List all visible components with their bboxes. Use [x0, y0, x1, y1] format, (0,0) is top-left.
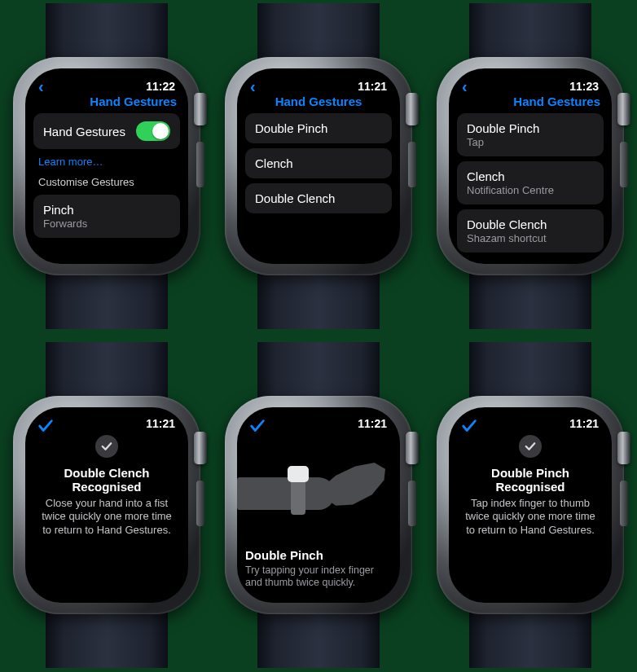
page-title[interactable]: Hand Gestures	[33, 94, 180, 108]
page-title[interactable]: Hand Gestures	[457, 94, 604, 108]
row-value: Notification Centre	[467, 184, 594, 196]
status-bar: ‹ 11:23	[457, 78, 604, 96]
list-item[interactable]: Double Pinch	[245, 113, 392, 143]
screen: ‹ 11:22 Hand Gestures Hand Gestures Lear…	[25, 68, 188, 264]
row-label: Double Clench	[467, 217, 594, 231]
row-label: Double Pinch	[467, 121, 594, 135]
checkmark-icon[interactable]	[248, 417, 266, 438]
instruction-body: Try tapping your index finger and thumb …	[245, 564, 392, 590]
digital-crown[interactable]	[406, 432, 419, 464]
back-chevron-icon[interactable]: ‹	[459, 78, 471, 94]
gesture-row[interactable]: Double Pinch Tap	[457, 113, 604, 156]
status-bar: ‹ 11:21	[245, 78, 392, 96]
watch-3: ‹ 11:23 Hand Gestures Double Pinch Tap C…	[428, 3, 632, 329]
hand-shape	[325, 463, 385, 508]
watch-grid: ‹ 11:22 Hand Gestures Hand Gestures Lear…	[0, 0, 637, 672]
hand-gestures-toggle-row[interactable]: Hand Gestures	[33, 113, 180, 149]
digital-crown[interactable]	[194, 432, 207, 464]
item-label: Double Clench	[255, 191, 335, 205]
confirmation-body: Close your hand into a fist twice quickl…	[38, 497, 175, 537]
side-button[interactable]	[196, 142, 204, 187]
row-value: Tap	[467, 136, 594, 148]
digital-crown[interactable]	[194, 93, 207, 125]
checkmark-icon[interactable]	[37, 417, 55, 438]
row-label: Clench	[467, 169, 594, 183]
side-button[interactable]	[620, 481, 628, 526]
watch-1: ‹ 11:22 Hand Gestures Hand Gestures Lear…	[5, 3, 209, 329]
section-header: Customise Gestures	[33, 173, 180, 190]
watch-5: 11:21 Double Pinch Try tapping your inde…	[217, 342, 420, 668]
side-button[interactable]	[408, 481, 416, 526]
clock-time: 11:21	[146, 417, 175, 430]
side-button[interactable]	[408, 142, 416, 187]
watch-2: ‹ 11:21 Hand Gestures Double Pinch Clenc…	[217, 3, 420, 329]
back-chevron-icon[interactable]: ‹	[247, 78, 259, 94]
list-item[interactable]: Clench	[245, 148, 392, 178]
watch-4: 11:21 Double Clench Recognised Close you…	[5, 342, 209, 668]
gesture-row[interactable]: Clench Notification Centre	[457, 161, 604, 204]
check-badge-icon	[95, 435, 118, 458]
confirmation-block: Double Clench Recognised Close your hand…	[33, 417, 180, 537]
gesture-row[interactable]: Double Clench Shazam shortcut	[457, 209, 604, 253]
page-title[interactable]: Hand Gestures	[245, 94, 392, 108]
digital-crown[interactable]	[617, 432, 630, 464]
digital-crown[interactable]	[617, 93, 630, 125]
clock-time: 11:21	[358, 417, 387, 430]
list-item[interactable]: Double Clench	[245, 183, 392, 213]
confirmation-heading: Double Pinch Recognised	[462, 466, 599, 494]
screen: 11:21 Double Clench Recognised Close you…	[25, 407, 188, 603]
item-label: Double Pinch	[255, 121, 327, 135]
clock-time: 11:22	[146, 80, 175, 93]
hand-gesture-illustration	[237, 445, 400, 523]
side-button[interactable]	[620, 142, 628, 187]
clock-time: 11:21	[569, 417, 599, 430]
screen: 11:21 Double Pinch Try tapping your inde…	[237, 407, 400, 603]
screen: 11:21 Double Pinch Recognised Tap index …	[449, 407, 612, 603]
watch-6: 11:21 Double Pinch Recognised Tap index …	[428, 342, 632, 668]
watch-face-shape	[288, 466, 309, 482]
digital-crown[interactable]	[406, 93, 419, 125]
confirmation-body: Tap index finger to thumb twice quickly …	[462, 497, 599, 537]
confirmation-block: Double Pinch Recognised Tap index finger…	[457, 417, 604, 537]
learn-more-link[interactable]: Learn more…	[33, 149, 180, 173]
instruction-block: Double Pinch Try tapping your index fing…	[245, 548, 392, 590]
status-bar: ‹ 11:22	[33, 78, 180, 96]
row-label: Pinch	[43, 203, 170, 217]
row-value: Forwards	[43, 217, 170, 230]
side-button[interactable]	[196, 481, 204, 526]
back-chevron-icon[interactable]: ‹	[35, 78, 47, 94]
screen: ‹ 11:21 Hand Gestures Double Pinch Clenc…	[237, 68, 400, 264]
clock-time: 11:23	[569, 80, 599, 93]
check-badge-icon	[519, 435, 542, 458]
row-value: Shazam shortcut	[467, 232, 594, 244]
toggle-label: Hand Gestures	[43, 125, 125, 138]
item-label: Clench	[255, 156, 293, 170]
instruction-heading: Double Pinch	[245, 548, 392, 562]
screen: ‹ 11:23 Hand Gestures Double Pinch Tap C…	[449, 68, 612, 264]
pinch-row[interactable]: Pinch Forwards	[33, 195, 180, 238]
forearm-shape	[237, 477, 335, 510]
toggle-switch[interactable]	[136, 121, 170, 141]
confirmation-heading: Double Clench Recognised	[38, 466, 175, 494]
clock-time: 11:21	[358, 80, 387, 93]
checkmark-icon[interactable]	[460, 417, 478, 438]
